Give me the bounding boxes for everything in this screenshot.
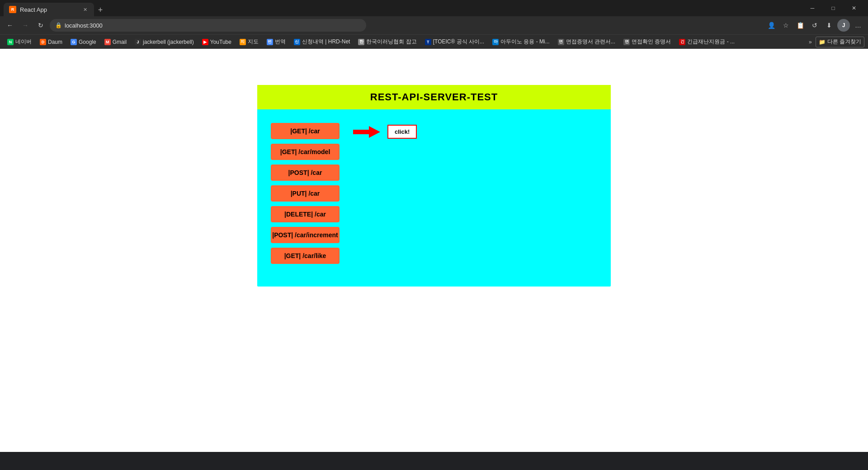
bookmark-label: Google — [79, 39, 96, 45]
bookmark-item[interactable]: 면면접증명서 관련서... — [554, 37, 619, 47]
downloads-icon[interactable]: ⬇ — [823, 19, 835, 32]
api-button-get-car-like[interactable]: |GET| /car/like — [271, 248, 340, 264]
api-button-post-car[interactable]: |POST| /car — [271, 164, 340, 181]
bookmark-item[interactable]: 아아두이노 응용 - Mi... — [489, 37, 553, 47]
bookmark-folder-label: 다른 즐겨찾기 — [827, 38, 861, 46]
back-button[interactable]: ← — [4, 19, 16, 32]
tab-close-button[interactable]: ✕ — [81, 6, 89, 13]
bookmark-item[interactable]: N네이버 — [4, 37, 35, 47]
bookmarks-bar: N네이버DDaumGGoogleMGmailJjackerbell (jacke… — [0, 34, 868, 49]
bookmark-favicon: 지 — [240, 39, 246, 45]
profile-button[interactable]: J — [837, 19, 850, 32]
toolbar-icons: 👤 ☆ 📋 ↺ ⬇ J … — [765, 19, 864, 32]
bookmarks-folder[interactable]: 📁 다른 즐겨찾기 — [816, 37, 864, 47]
bookmark-label: 면접증명서 관련서... — [566, 38, 615, 46]
bookmark-label: 면접확인 증명서 — [632, 38, 671, 46]
result-box: click! — [387, 125, 417, 139]
bookmark-item[interactable]: ▶YouTube — [198, 37, 235, 47]
bookmark-favicon: 면 — [623, 39, 630, 45]
history-icon[interactable]: ↺ — [808, 19, 821, 32]
browser-chrome: R React App ✕ + ─ □ ✕ ← → ↻ 🔒 localhost:… — [0, 0, 868, 49]
bookmarks-more-button[interactable]: » — [806, 39, 815, 45]
forward-button[interactable]: → — [19, 19, 32, 32]
bookmark-favicon: 신 — [294, 39, 300, 45]
close-button[interactable]: ✕ — [844, 0, 864, 16]
bookmark-label: 한국이러닝협회 잡고 — [366, 38, 416, 46]
api-button-delete-car[interactable]: |DELETE| /car — [271, 206, 340, 222]
bookmark-item[interactable]: 신신청내역 | HRD-Net — [290, 37, 354, 47]
bookmark-item[interactable]: 면면접확인 증명서 — [620, 37, 675, 47]
tab-bar: R React App ✕ + ─ □ ✕ — [0, 0, 868, 16]
api-button-put-car[interactable]: |PUT| /car — [271, 185, 340, 202]
bookmark-label: 네이버 — [15, 38, 32, 46]
api-button-get-car-model[interactable]: |GET| /car/model — [271, 144, 340, 160]
refresh-button[interactable]: ↻ — [34, 19, 47, 32]
app-title: REST-API-SERVER-TEST — [370, 91, 498, 103]
bookmark-favicon: N — [7, 39, 14, 45]
address-bar-row: ← → ↻ 🔒 localhost:3000 👤 ☆ 📋 ↺ ⬇ J … — [0, 16, 868, 34]
minimize-button[interactable]: ─ — [802, 0, 823, 16]
bookmark-favicon: 번 — [267, 39, 273, 45]
collections-icon[interactable]: 📋 — [794, 19, 807, 32]
bookmark-item[interactable]: Jjackerbell (jackerbell) — [131, 37, 198, 47]
svg-marker-0 — [353, 126, 380, 138]
bookmark-item[interactable]: 지지도 — [236, 37, 262, 47]
page-content: REST-API-SERVER-TEST |GET| /car|GET| /ca… — [0, 49, 868, 452]
buttons-column: |GET| /car|GET| /car/model|POST| /car|PU… — [271, 123, 340, 264]
lock-icon: 🔒 — [55, 22, 62, 28]
bookmark-favicon: 면 — [558, 39, 564, 45]
bookmark-label: jackerbell (jackerbell) — [143, 39, 194, 45]
bookmark-favicon: J — [135, 39, 141, 45]
user-profile-icon[interactable]: 👤 — [765, 19, 778, 32]
bookmark-label: 번역 — [275, 38, 286, 46]
maximize-button[interactable]: □ — [823, 0, 844, 16]
bookmark-favicon: M — [104, 39, 111, 45]
favorites-icon[interactable]: ☆ — [779, 19, 792, 32]
bookmark-favicon: 긴 — [679, 39, 685, 45]
bookmark-label: YouTube — [210, 39, 231, 45]
address-box[interactable]: 🔒 localhost:3000 — [50, 19, 366, 32]
bookmark-item[interactable]: GGoogle — [67, 37, 100, 47]
bookmark-label: 긴급재난지원금 - ... — [687, 38, 735, 46]
api-button-get-car[interactable]: |GET| /car — [271, 123, 340, 139]
bookmark-favicon: T — [425, 39, 431, 45]
bookmark-favicon: G — [71, 39, 77, 45]
app-header: REST-API-SERVER-TEST — [257, 85, 611, 109]
bookmark-label: 신청내역 | HRD-Net — [302, 38, 350, 46]
arrow-icon — [353, 125, 380, 139]
address-text: localhost:3000 — [65, 22, 103, 29]
api-button-post-car-increment[interactable]: |POST| /car/increment — [271, 227, 340, 243]
bookmark-label: 아두이노 응용 - Mi... — [500, 38, 550, 46]
bookmark-favicon: 아 — [492, 39, 499, 45]
bookmark-favicon: D — [40, 39, 46, 45]
bookmark-item[interactable]: 한한국이러닝협회 잡고 — [354, 37, 420, 47]
tab-title: React App — [20, 6, 78, 13]
result-area: click! — [353, 125, 417, 139]
tab-favicon: R — [9, 6, 16, 13]
bookmark-item[interactable]: MGmail — [101, 37, 130, 47]
new-tab-button[interactable]: + — [94, 4, 107, 16]
bookmark-item[interactable]: T[TOEIC® 공식 사이... — [421, 37, 488, 47]
app-container: REST-API-SERVER-TEST |GET| /car|GET| /ca… — [257, 85, 611, 287]
app-body: |GET| /car|GET| /car/model|POST| /car|PU… — [257, 118, 611, 268]
bookmark-label: Gmail — [113, 39, 127, 45]
bookmark-favicon: 한 — [358, 39, 364, 45]
bookmark-label: 지도 — [248, 38, 259, 46]
settings-icon[interactable]: … — [852, 19, 864, 32]
bookmark-item[interactable]: 번번역 — [263, 37, 289, 47]
bookmark-label: [TOEIC® 공식 사이... — [433, 38, 484, 46]
bookmark-favicon: ▶ — [202, 39, 208, 45]
bookmark-label: Daum — [48, 39, 62, 45]
bookmark-item[interactable]: 긴긴급재난지원금 - ... — [675, 37, 738, 47]
bookmark-item[interactable]: DDaum — [36, 37, 66, 47]
window-controls: ─ □ ✕ — [802, 0, 864, 16]
active-tab[interactable]: R React App ✕ — [4, 3, 94, 16]
